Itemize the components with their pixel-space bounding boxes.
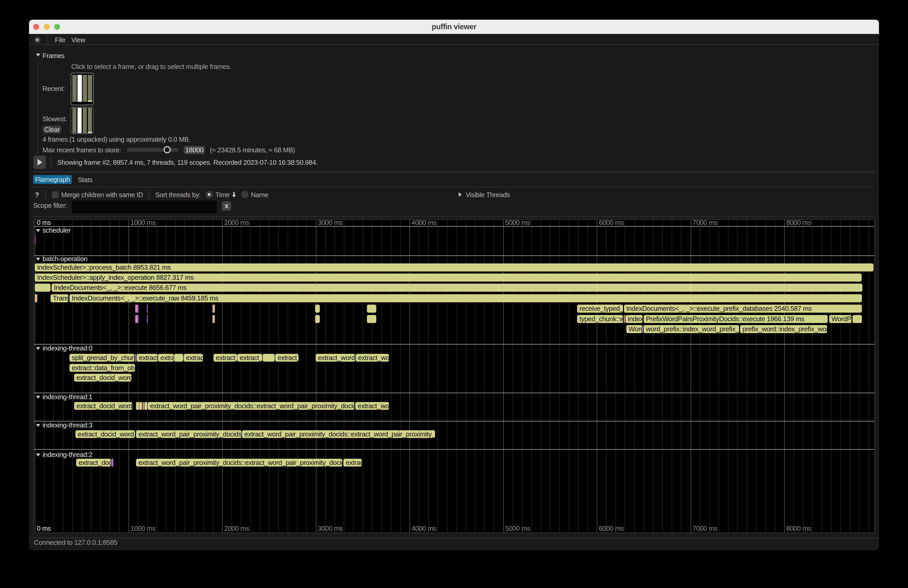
merge-children-checkbox[interactable] bbox=[52, 191, 59, 198]
help-button[interactable]: ? bbox=[35, 191, 39, 199]
scope-bar[interactable] bbox=[35, 294, 37, 302]
scope-bar[interactable]: extract_fid_docid_facet_values bbox=[137, 354, 158, 361]
scope-bar[interactable]: extract_word_pair_proximity_docids::extr… bbox=[136, 459, 342, 466]
scope-bar[interactable]: typed_chunk::write_typed_chunk_into_inde… bbox=[577, 315, 623, 323]
scope-bar[interactable]: extract_word_docids bbox=[316, 354, 355, 361]
thread-collapse-icon[interactable] bbox=[36, 258, 40, 260]
scope-bar[interactable] bbox=[315, 305, 320, 313]
scope-bar[interactable]: extract_word_docids bbox=[355, 402, 389, 410]
scope-bar[interactable] bbox=[136, 402, 139, 410]
tab-stats[interactable]: Stats bbox=[78, 176, 92, 184]
scope-bar[interactable] bbox=[135, 354, 136, 361]
scope-bar[interactable] bbox=[137, 305, 138, 313]
scope-bar[interactable] bbox=[137, 315, 138, 323]
max-frames-value[interactable]: 18000 bbox=[184, 146, 205, 154]
scope-bar[interactable]: extract_docid_word_positions bbox=[74, 402, 132, 410]
scope-bar[interactable]: extract_word_position_docids bbox=[356, 354, 389, 361]
frame-bar[interactable] bbox=[77, 108, 82, 133]
scope-bar[interactable]: extract_facet_number_docids bbox=[158, 354, 174, 361]
scope-bar[interactable] bbox=[853, 315, 862, 323]
thread-collapse-icon[interactable] bbox=[36, 347, 40, 350]
scope-bar[interactable]: extract_facet_string_docids bbox=[184, 354, 203, 361]
sort-time-label[interactable]: Time bbox=[215, 191, 230, 199]
scope-bar[interactable]: extract_docid_word_positions bbox=[76, 430, 135, 438]
max-frames-slider-handle[interactable] bbox=[164, 146, 171, 153]
menu-file[interactable]: File bbox=[55, 34, 65, 45]
recent-frames-thumbnail[interactable] bbox=[71, 73, 94, 105]
scope-bar[interactable] bbox=[145, 402, 147, 410]
scope-bar[interactable]: word_prefix::index_word_prefix_docids bbox=[644, 325, 739, 333]
scope-bar[interactable]: IndexDocuments<_, _>::execute_raw 8459.1… bbox=[69, 294, 862, 302]
scope-bar[interactable]: Transform::read_documents bbox=[50, 294, 68, 302]
scope-bar[interactable]: WordPrefixDocids bbox=[829, 315, 852, 323]
scope-bar[interactable]: extract_word_position_docids bbox=[214, 354, 237, 361]
scope-bar[interactable] bbox=[263, 354, 275, 361]
scope-bar[interactable] bbox=[135, 305, 137, 313]
scope-bar[interactable] bbox=[367, 305, 376, 313]
scope-bar[interactable] bbox=[139, 402, 142, 410]
scope-bar[interactable]: IndexScheduler>::apply_index_operation 8… bbox=[35, 273, 861, 281]
scope-bar[interactable] bbox=[315, 315, 320, 323]
frame-bar[interactable] bbox=[77, 75, 82, 102]
flamegraph-canvas[interactable]: 0 ms0 ms1000 ms1000 ms2000 ms2000 ms3000… bbox=[34, 219, 875, 533]
scope-bar[interactable]: extract_geo_points bbox=[275, 354, 298, 361]
frame-bar[interactable] bbox=[83, 108, 87, 133]
scope-filter-clear-button[interactable]: x bbox=[222, 201, 231, 210]
max-frames-slider[interactable] bbox=[127, 148, 179, 152]
scope-filter-input[interactable] bbox=[72, 201, 217, 213]
scope-bar[interactable] bbox=[147, 315, 148, 323]
sort-name-label[interactable]: Name bbox=[251, 191, 268, 199]
frames-collapse-icon[interactable] bbox=[36, 54, 40, 56]
visible-threads-collapse-icon[interactable] bbox=[459, 192, 462, 197]
scope-bar[interactable]: extract_docid_word_positions bbox=[74, 374, 131, 382]
scope-bar[interactable]: IndexDocuments<_, _>::execute 8656.677 m… bbox=[52, 284, 862, 292]
frame-bar[interactable] bbox=[72, 75, 77, 102]
scope-bar[interactable]: extract_word_pair_proximity_docids::extr… bbox=[242, 430, 435, 438]
thread-collapse-icon[interactable] bbox=[36, 453, 40, 456]
scope-bar[interactable]: extract_word_docids bbox=[343, 459, 362, 466]
scope-bar[interactable] bbox=[642, 325, 643, 333]
scope-bar[interactable] bbox=[367, 315, 376, 323]
scope-bar[interactable]: extract::data_from_obkv_documents bbox=[69, 364, 135, 372]
scope-bar[interactable] bbox=[35, 284, 50, 292]
frame-bar[interactable] bbox=[88, 108, 92, 133]
menu-view[interactable]: View bbox=[71, 34, 85, 45]
frame-bar[interactable] bbox=[83, 75, 87, 102]
scope-bar[interactable] bbox=[143, 402, 144, 410]
scope-bar[interactable]: split_grenad_by_chunks bbox=[69, 354, 135, 361]
visible-threads-label[interactable]: Visible Threads bbox=[466, 191, 510, 199]
scope-bar[interactable]: IndexDocuments<_, _>::execute_prefix_dat… bbox=[624, 305, 862, 313]
scope-bar[interactable]: prefix_word::index_prefix_word_docids bbox=[740, 325, 827, 333]
scope-bar[interactable] bbox=[35, 235, 35, 244]
frames-header[interactable]: Frames bbox=[42, 52, 64, 60]
clear-button[interactable]: Clear bbox=[43, 125, 61, 133]
scope-bar[interactable]: index_word_docids bbox=[626, 315, 643, 323]
thread-collapse-icon[interactable] bbox=[36, 396, 40, 398]
play-button[interactable] bbox=[34, 156, 46, 169]
theme-sun-icon[interactable] bbox=[34, 37, 41, 43]
scope-bar[interactable]: IndexScheduler>::process_batch 8953.821 … bbox=[35, 263, 874, 272]
scope-bar[interactable]: PrefixWordPairsProximityDocids::execute … bbox=[644, 315, 828, 323]
frame-bar[interactable] bbox=[72, 108, 76, 133]
frame-bar[interactable] bbox=[88, 75, 92, 102]
scope-bar[interactable] bbox=[174, 354, 183, 361]
scope-bar[interactable] bbox=[135, 315, 137, 323]
scope-bar[interactable] bbox=[213, 305, 214, 313]
scope-bar[interactable] bbox=[624, 315, 625, 323]
thread-collapse-icon[interactable] bbox=[36, 424, 40, 427]
sort-time-radio[interactable] bbox=[206, 191, 213, 198]
scope-bar[interactable]: WordPrefixPositionDocids bbox=[626, 325, 642, 333]
thread-collapse-icon[interactable] bbox=[36, 229, 40, 232]
scope-bar[interactable]: receive_typed_chunk bbox=[577, 305, 623, 313]
slowest-frames-thumbnail[interactable] bbox=[71, 107, 93, 134]
scope-bar[interactable]: extract_word_pair_proximity_docids bbox=[136, 430, 241, 438]
scope-bar[interactable]: extract_fid_word_count_docids bbox=[237, 354, 262, 361]
scope-bar[interactable]: extract_docid_word_positions bbox=[76, 459, 111, 466]
scope-bar[interactable] bbox=[111, 459, 113, 466]
sort-name-radio[interactable] bbox=[241, 191, 248, 198]
scope-bar[interactable] bbox=[213, 315, 214, 323]
scope-bar[interactable] bbox=[147, 305, 148, 313]
tab-flamegraph[interactable]: Flamegraph bbox=[33, 175, 72, 184]
scope-bar[interactable]: extract_word_pair_proximity_docids::extr… bbox=[148, 402, 354, 410]
merge-children-label[interactable]: Merge children with same ID bbox=[61, 191, 143, 199]
